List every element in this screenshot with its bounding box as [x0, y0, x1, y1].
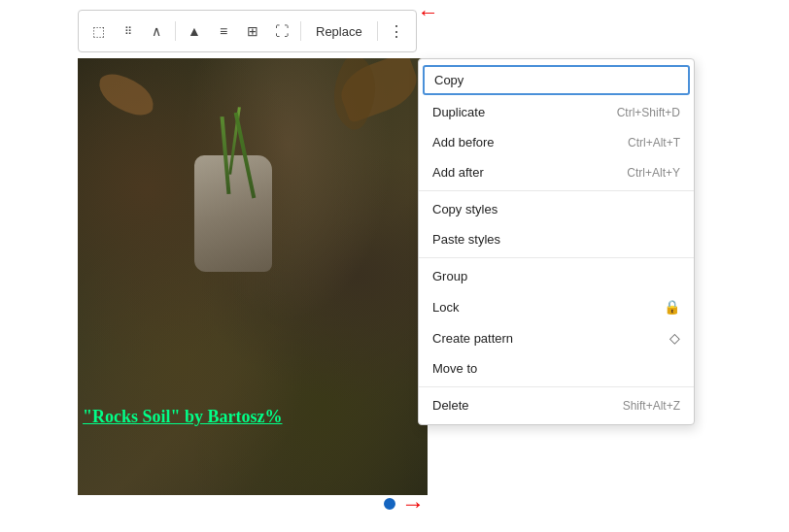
crop-icon: ⛶ — [275, 23, 289, 39]
chevron-up-button[interactable]: ∧ — [143, 17, 170, 45]
menu-divider-3 — [419, 386, 694, 387]
menu-item-delete-shortcut: Shift+Alt+Z — [623, 399, 680, 413]
align-icon: ≡ — [220, 23, 227, 39]
menu-item-add-before-shortcut: Ctrl+Alt+T — [628, 136, 680, 150]
rock-decoration — [194, 155, 272, 272]
menu-item-copy-styles[interactable]: Copy styles — [419, 194, 694, 224]
menu-item-copy-label: Copy — [434, 73, 463, 87]
arrow-indicator: ← — [418, 0, 439, 25]
menu-item-copy-styles-label: Copy styles — [432, 202, 497, 216]
grid-icon: ⠿ — [124, 25, 131, 38]
toolbar-divider-1 — [175, 21, 176, 41]
menu-item-duplicate[interactable]: Duplicate Ctrl+Shift+D — [419, 97, 694, 127]
replace-button[interactable]: Replace — [306, 20, 372, 43]
canvas-area: "Rocks Soil" by Bartosz% ⬚ ⠿ ∧ ▲ ≡ ⊞ ⛶ R… — [0, 0, 789, 532]
bottom-arrow-indicator: → — [384, 490, 425, 517]
menu-divider-2 — [419, 257, 694, 258]
menu-divider-1 — [419, 190, 694, 191]
toolbar-divider-3 — [377, 21, 378, 41]
menu-item-create-pattern-label: Create pattern — [432, 331, 513, 346]
menu-item-add-before-label: Add before — [432, 135, 495, 150]
context-menu: Copy Duplicate Ctrl+Shift+D Add before C… — [418, 58, 695, 425]
menu-item-move-to[interactable]: Move to — [419, 353, 694, 383]
menu-item-move-to-label: Move to — [432, 361, 477, 376]
triangle-icon: ▲ — [188, 23, 201, 39]
bottom-arrow-icon: → — [401, 490, 425, 517]
menu-item-paste-styles[interactable]: Paste styles — [419, 224, 694, 254]
menu-item-lock[interactable]: Lock 🔒 — [419, 291, 694, 322]
menu-item-duplicate-label: Duplicate — [432, 105, 485, 119]
grid2-button[interactable]: ⊞ — [239, 17, 266, 45]
frame-icon: ⬚ — [92, 23, 105, 39]
frame-button[interactable]: ⬚ — [85, 17, 112, 45]
menu-item-paste-styles-label: Paste styles — [432, 232, 500, 247]
grid-button[interactable]: ⠿ — [114, 17, 141, 45]
align-button[interactable]: ≡ — [210, 17, 237, 45]
menu-item-lock-label: Lock — [432, 300, 459, 315]
toolbar: ⬚ ⠿ ∧ ▲ ≡ ⊞ ⛶ Replace ⋮ ← — [78, 10, 417, 52]
chevron-up-icon: ∧ — [152, 23, 161, 39]
more-dots-icon: ⋮ — [389, 22, 404, 41]
lock-icon: 🔒 — [664, 299, 680, 315]
grid2-icon: ⊞ — [247, 23, 258, 39]
image-block: "Rocks Soil" by Bartosz% — [78, 58, 428, 495]
menu-item-duplicate-shortcut: Ctrl+Shift+D — [617, 106, 680, 119]
leaf-decoration-2 — [93, 71, 158, 118]
menu-item-create-pattern[interactable]: Create pattern ◇ — [419, 322, 694, 353]
image-background — [78, 58, 428, 495]
diamond-icon: ◇ — [669, 330, 680, 346]
menu-item-group[interactable]: Group — [419, 261, 694, 291]
toolbar-divider-2 — [300, 21, 301, 41]
menu-item-group-label: Group — [432, 269, 467, 283]
image-caption: "Rocks Soil" by Bartosz% — [83, 407, 283, 427]
more-options-button[interactable]: ⋮ ← — [383, 17, 410, 45]
menu-item-delete-label: Delete — [432, 398, 469, 413]
menu-item-add-before[interactable]: Add before Ctrl+Alt+T — [419, 127, 694, 157]
menu-item-add-after[interactable]: Add after Ctrl+Alt+Y — [419, 157, 694, 187]
menu-item-add-after-shortcut: Ctrl+Alt+Y — [627, 166, 680, 180]
bottom-circle — [384, 498, 395, 510]
menu-item-copy[interactable]: Copy — [423, 65, 690, 95]
crop-button[interactable]: ⛶ — [268, 17, 295, 45]
menu-item-delete[interactable]: Delete Shift+Alt+Z — [419, 390, 694, 420]
warning-button[interactable]: ▲ — [181, 17, 208, 45]
menu-item-add-after-label: Add after — [432, 165, 484, 180]
